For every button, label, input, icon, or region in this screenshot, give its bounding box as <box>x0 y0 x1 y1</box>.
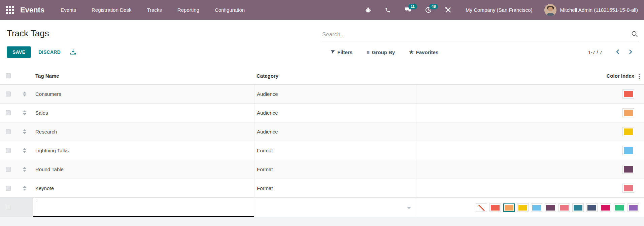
search-button[interactable] <box>631 31 639 38</box>
palette-color-red[interactable] <box>489 203 501 212</box>
color-swatch[interactable] <box>622 165 634 174</box>
nav-item-reporting[interactable]: Reporting <box>177 7 199 13</box>
table-row[interactable]: Round Table Format <box>0 160 644 179</box>
navbar-systray: 11 48 My Company (San Francisco) <box>351 4 638 16</box>
chevron-right-icon <box>629 49 633 54</box>
developer-tools-button[interactable] <box>445 7 451 13</box>
palette-color-green[interactable] <box>614 203 625 212</box>
top-navbar: Events Events Registration Desk Tracks R… <box>0 0 644 20</box>
row-checkbox[interactable] <box>6 110 11 115</box>
tag-name-cell[interactable]: Keynote <box>35 185 54 191</box>
tag-name-input[interactable] <box>33 198 254 216</box>
palette-color-dark-blue[interactable] <box>586 203 598 212</box>
nav-item-tracks[interactable]: Tracks <box>147 7 162 13</box>
save-button[interactable]: SAVE <box>7 46 31 58</box>
download-icon <box>70 49 76 55</box>
column-header-tag-name[interactable]: Tag Name <box>35 73 59 79</box>
group-by-icon: ≡ <box>367 49 370 55</box>
select-all-checkbox[interactable] <box>6 73 11 78</box>
edit-row <box>0 197 644 217</box>
user-avatar[interactable] <box>544 4 556 16</box>
category-cell[interactable]: Format <box>257 185 273 191</box>
nav-item-events[interactable]: Events <box>61 7 76 13</box>
tag-name-cell[interactable]: Research <box>35 129 57 135</box>
table-row[interactable]: Sales Audience <box>0 103 644 122</box>
drag-handle-icon[interactable] <box>23 129 26 134</box>
optional-columns-toggle-icon[interactable]: ⋮ <box>636 73 642 79</box>
favorites-star-icon: ★ <box>409 49 413 55</box>
category-cell[interactable]: Format <box>257 148 273 153</box>
tag-name-cell[interactable]: Consumers <box>35 91 61 97</box>
tools-icon <box>445 7 451 13</box>
activities-button[interactable]: 48 <box>425 7 432 13</box>
list-footer <box>0 217 644 226</box>
pager-previous-button[interactable] <box>611 48 624 57</box>
palette-color-light-blue[interactable] <box>531 203 542 212</box>
color-swatch[interactable] <box>622 108 634 117</box>
table-row[interactable]: Research Audience <box>0 122 644 141</box>
row-checkbox[interactable] <box>6 186 11 191</box>
palette-color-dark-purple[interactable] <box>545 203 556 212</box>
row-checkbox[interactable] <box>6 205 11 210</box>
search-input[interactable] <box>322 31 631 38</box>
color-swatch[interactable] <box>622 89 634 99</box>
favorites-button[interactable]: ★ Favorites <box>409 49 438 55</box>
track-tags-list: Tag Name Category Color Index ⋮ Consumer… <box>0 68 644 226</box>
user-menu[interactable]: Mitchell Admin (11821551-15-0-all) <box>560 7 638 13</box>
category-dropdown[interactable] <box>254 198 416 217</box>
table-row[interactable]: Keynote Format <box>0 179 644 197</box>
control-panel: Track Tags SAVE DISCARD <box>0 20 644 59</box>
palette-color-fuchsia[interactable] <box>600 203 611 212</box>
row-checkbox[interactable] <box>6 91 11 97</box>
category-cell[interactable]: Audience <box>257 129 278 135</box>
drag-handle-icon[interactable] <box>23 186 26 191</box>
column-header-color-index[interactable]: Color Index <box>606 73 634 79</box>
discard-button[interactable]: DISCARD <box>34 47 65 58</box>
messages-button[interactable]: 11 <box>404 7 412 13</box>
palette-color-purple[interactable] <box>628 203 639 212</box>
tag-name-cell[interactable]: Lightning Talks <box>35 148 69 153</box>
row-checkbox[interactable] <box>6 129 11 134</box>
drag-handle-icon[interactable] <box>23 110 26 115</box>
palette-color-medium-blue[interactable] <box>572 203 584 212</box>
company-switcher[interactable]: My Company (San Francisco) <box>466 7 532 13</box>
column-header-category[interactable]: Category <box>257 73 278 79</box>
activities-badge: 48 <box>429 4 438 9</box>
tag-name-cell[interactable]: Sales <box>35 110 48 116</box>
drag-handle-icon[interactable] <box>23 167 26 172</box>
drag-handle-icon[interactable] <box>23 91 26 97</box>
pager: 1-7 / 7 <box>588 48 637 57</box>
drag-handle-icon[interactable] <box>23 148 26 153</box>
apps-menu-button[interactable] <box>6 6 14 14</box>
nav-item-registration-desk[interactable]: Registration Desk <box>92 7 131 13</box>
palette-color-yellow[interactable] <box>517 203 529 212</box>
table-row[interactable]: Consumers Audience <box>0 84 644 103</box>
pager-next-button[interactable] <box>624 48 637 57</box>
palette-color-orange[interactable] <box>503 203 515 212</box>
page-title: Track Tags <box>7 28 49 41</box>
color-swatch[interactable] <box>622 146 634 155</box>
export-button[interactable] <box>69 47 77 57</box>
search-bar <box>322 28 639 41</box>
search-options: Filters ≡ Group By ★ Favorites <box>331 49 438 55</box>
palette-color-salmon[interactable] <box>558 203 570 212</box>
category-cell[interactable]: Audience <box>257 91 278 97</box>
row-checkbox[interactable] <box>6 167 11 172</box>
color-swatch[interactable] <box>622 184 634 193</box>
filters-button[interactable]: Filters <box>331 49 352 55</box>
category-cell[interactable]: Audience <box>257 110 278 116</box>
group-by-button[interactable]: ≡ Group By <box>367 49 395 55</box>
nav-item-configuration[interactable]: Configuration <box>215 7 245 13</box>
category-cell[interactable]: Format <box>257 166 273 172</box>
search-icon <box>631 31 638 37</box>
table-row[interactable]: Lightning Talks Format <box>0 141 644 160</box>
tag-name-edit-cell <box>33 198 254 217</box>
chevron-down-icon <box>407 207 411 209</box>
voip-button[interactable] <box>385 7 391 13</box>
row-checkbox[interactable] <box>6 148 11 153</box>
tag-name-cell[interactable]: Round Table <box>35 166 64 172</box>
color-swatch[interactable] <box>622 127 634 136</box>
debug-button[interactable] <box>365 7 371 13</box>
palette-color-none[interactable] <box>476 203 487 212</box>
app-title[interactable]: Events <box>20 6 44 14</box>
